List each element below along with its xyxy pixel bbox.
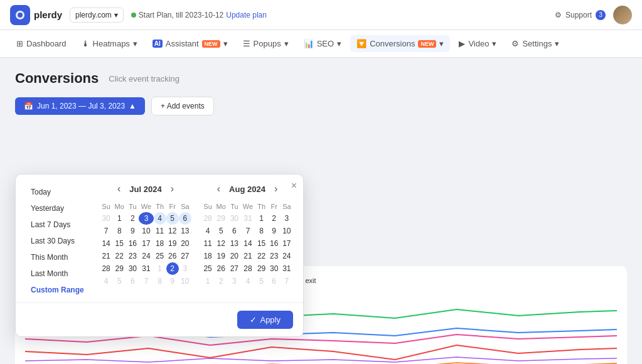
prev-month-button[interactable]: ‹: [114, 182, 124, 196]
calendar-day[interactable]: 1: [112, 212, 126, 225]
calendar-day[interactable]: 2: [268, 212, 281, 225]
calendar-day[interactable]: 23: [268, 250, 281, 262]
calendar-day[interactable]: 6: [126, 275, 139, 287]
calendar-day[interactable]: 19: [166, 237, 179, 250]
calendar-day[interactable]: 7: [240, 225, 255, 237]
nav-item-settings[interactable]: ⚙ Settings ▾: [505, 35, 565, 52]
calendar-day[interactable]: 3: [179, 262, 191, 275]
nav-item-seo[interactable]: 📊 SEO ▾: [297, 35, 348, 52]
quick-option-yesterday[interactable]: Yesterday: [26, 201, 95, 216]
calendar-day[interactable]: 16: [268, 237, 281, 250]
calendar-day[interactable]: 10: [179, 275, 191, 287]
add-events-button[interactable]: + Add events: [151, 97, 214, 115]
calendar-day[interactable]: 2: [166, 262, 179, 275]
calendar-day[interactable]: 22: [112, 250, 126, 262]
calendar-day[interactable]: 26: [166, 250, 179, 262]
calendar-day[interactable]: 25: [201, 262, 214, 275]
calendar-day[interactable]: 12: [166, 225, 179, 237]
calendar-day[interactable]: 28: [100, 262, 112, 275]
quick-option-last30[interactable]: Last 30 Days: [26, 233, 95, 249]
calendar-day[interactable]: 14: [100, 237, 112, 250]
calendar-day[interactable]: 6: [268, 275, 281, 287]
calendar-day[interactable]: 29: [112, 262, 126, 275]
calendar-day[interactable]: 2: [214, 275, 228, 287]
calendar-day[interactable]: 5: [214, 225, 228, 237]
calendar-day[interactable]: 2: [126, 212, 139, 225]
calendar-day[interactable]: 4: [100, 275, 112, 287]
calendar-day[interactable]: 24: [281, 250, 293, 262]
calendar-day[interactable]: 5: [255, 275, 268, 287]
calendar-day[interactable]: 6: [179, 212, 191, 225]
calendar-day[interactable]: 30: [268, 262, 281, 275]
nav-item-conversions[interactable]: 🔽 Conversions NEW ▾: [350, 35, 450, 52]
calendar-day[interactable]: 28: [240, 262, 255, 275]
calendar-day[interactable]: 18: [154, 237, 166, 250]
calendar-day[interactable]: 3: [139, 212, 153, 225]
update-plan-link[interactable]: Update plan: [226, 11, 267, 19]
calendar-day[interactable]: 17: [281, 237, 293, 250]
left-next-month-button[interactable]: ›: [167, 182, 178, 196]
calendar-day[interactable]: 4: [154, 212, 166, 225]
calendar-day[interactable]: 23: [126, 250, 139, 262]
calendar-day[interactable]: 10: [139, 225, 153, 237]
right-next-month-button[interactable]: ›: [270, 182, 281, 196]
calendar-day[interactable]: 1: [255, 212, 268, 225]
calendar-day[interactable]: 9: [126, 225, 139, 237]
calendar-day[interactable]: 30: [228, 212, 240, 225]
calendar-day[interactable]: 19: [214, 250, 228, 262]
calendar-day[interactable]: 22: [255, 250, 268, 262]
avatar[interactable]: [613, 6, 632, 24]
nav-item-video[interactable]: ▶ Video ▾: [452, 35, 503, 52]
nav-item-assistant[interactable]: AI Assistant NEW ▾: [146, 35, 234, 52]
calendar-day[interactable]: 20: [179, 237, 191, 250]
calendar-day[interactable]: 4: [201, 225, 214, 237]
quick-option-last7[interactable]: Last 7 Days: [26, 217, 95, 232]
calendar-day[interactable]: 5: [112, 275, 126, 287]
calendar-day[interactable]: 21: [100, 250, 112, 262]
calendar-day[interactable]: 28: [201, 212, 214, 225]
calendar-day[interactable]: 29: [214, 212, 228, 225]
calendar-day[interactable]: 15: [112, 237, 126, 250]
calendar-day[interactable]: 9: [268, 225, 281, 237]
site-selector[interactable]: plerdy.com ▾: [70, 8, 124, 23]
calendar-day[interactable]: 8: [255, 225, 268, 237]
calendar-day[interactable]: 18: [201, 250, 214, 262]
calendar-day[interactable]: 5: [166, 212, 179, 225]
quick-option-today[interactable]: Today: [26, 185, 95, 200]
calendar-day[interactable]: 25: [154, 250, 166, 262]
calendar-day[interactable]: 29: [255, 262, 268, 275]
calendar-day[interactable]: 6: [228, 225, 240, 237]
quick-option-this-month[interactable]: This Month: [26, 250, 95, 265]
calendar-day[interactable]: 31: [139, 262, 153, 275]
calendar-day[interactable]: 12: [214, 237, 228, 250]
calendar-day[interactable]: 24: [139, 250, 153, 262]
calendar-day[interactable]: 3: [281, 212, 293, 225]
calendar-day[interactable]: 26: [214, 262, 228, 275]
calendar-day[interactable]: 13: [179, 225, 191, 237]
calendar-day[interactable]: 13: [228, 237, 240, 250]
calendar-day[interactable]: 3: [228, 275, 240, 287]
calendar-day[interactable]: 14: [240, 237, 255, 250]
calendar-day[interactable]: 27: [228, 262, 240, 275]
calendar-day[interactable]: 11: [201, 237, 214, 250]
calendar-day[interactable]: 27: [179, 250, 191, 262]
nav-item-dashboard[interactable]: ⊞ Dashboard: [10, 35, 73, 52]
calendar-day[interactable]: 8: [154, 275, 166, 287]
calendar-day[interactable]: 8: [112, 225, 126, 237]
quick-option-custom[interactable]: Custom Range: [26, 282, 95, 297]
calendar-day[interactable]: 17: [139, 237, 153, 250]
calendar-day[interactable]: 9: [166, 275, 179, 287]
nav-item-popups[interactable]: ☰ Popups ▾: [237, 35, 295, 52]
calendar-day[interactable]: 16: [126, 237, 139, 250]
apply-button[interactable]: ✓ Apply: [237, 311, 293, 329]
calendar-day[interactable]: 15: [255, 237, 268, 250]
quick-option-last-month[interactable]: Last Month: [26, 266, 95, 281]
calendar-day[interactable]: 11: [154, 225, 166, 237]
support-button[interactable]: ⚙ Support 3: [555, 10, 606, 20]
right-prev-month-button[interactable]: ‹: [213, 182, 224, 196]
calendar-day[interactable]: 31: [240, 212, 255, 225]
calendar-day[interactable]: 1: [201, 275, 214, 287]
calendar-day[interactable]: 31: [281, 262, 293, 275]
nav-item-heatmaps[interactable]: 🌡 Heatmaps ▾: [75, 35, 144, 52]
calendar-close-button[interactable]: ×: [291, 181, 297, 191]
